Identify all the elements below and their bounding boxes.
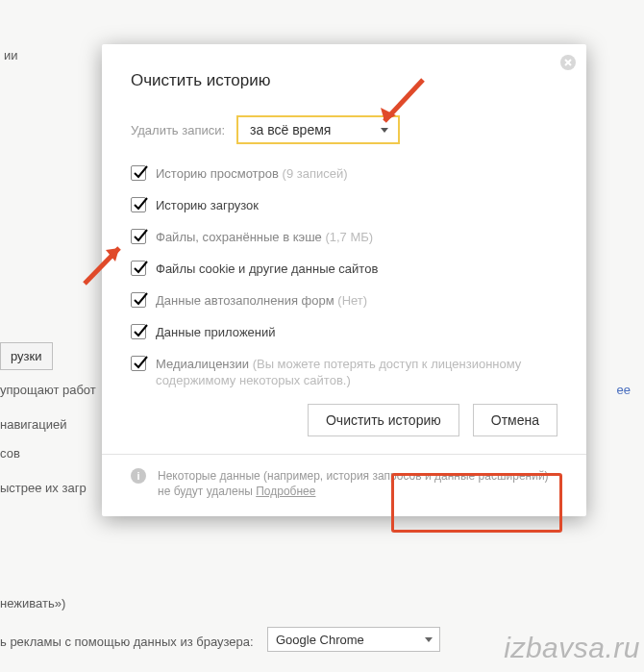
footer-more-link[interactable]: Подробнее (256, 485, 315, 498)
checkbox-row: Медиалицензии (Вы можете потерять доступ… (131, 356, 557, 388)
checkbox-label: Данные приложений (156, 324, 276, 340)
dialog-footer: i Некоторые данные (например, история за… (102, 454, 586, 499)
checkbox[interactable] (131, 356, 146, 371)
checkbox-label: Историю просмотров (9 записей) (156, 165, 348, 182)
browser-select-value: Google Chrome (276, 633, 364, 647)
info-icon: i (131, 468, 146, 484)
bg-link-fragment[interactable]: ее (617, 383, 631, 397)
bg-fragment: сов (0, 446, 20, 460)
bg-fragment: ыстрее их загр (0, 481, 87, 495)
bg-fragment: ь рекламы с помощью данных из браузера: (0, 635, 254, 649)
checkbox-label: Историю загрузок (156, 197, 259, 213)
clear-history-dialog: Очистить историю Удалить записи: за всё … (102, 44, 586, 516)
bg-fragment: ии (4, 48, 18, 62)
checkbox[interactable] (131, 292, 146, 308)
dialog-title: Очистить историю (131, 71, 557, 90)
checkbox[interactable] (131, 165, 146, 181)
clear-history-button[interactable]: Очистить историю (308, 404, 459, 436)
dialog-actions: Очистить историю Отмена (131, 404, 557, 436)
time-range-value: за всё время (250, 122, 331, 137)
period-label: Удалить записи: (131, 123, 225, 137)
close-icon (559, 54, 577, 71)
time-range-select[interactable]: за всё время (236, 115, 400, 144)
close-button[interactable] (559, 54, 577, 71)
checkbox-label: Файлы, сохранённые в кэше (1,7 МБ) (156, 229, 373, 245)
bg-fragment: навигацией (0, 417, 66, 432)
checkbox-row: Историю загрузок (131, 197, 557, 213)
checkbox-label: Медиалицензии (Вы можете потерять доступ… (156, 356, 557, 388)
checkbox-label: Файлы cookie и другие данные сайтов (156, 261, 378, 277)
checkbox[interactable] (131, 261, 146, 276)
checkbox-row: Историю просмотров (9 записей) (131, 165, 557, 182)
checkbox-label: Данные автозаполнения форм (Нет) (156, 292, 367, 309)
checkbox[interactable] (131, 229, 146, 244)
cancel-button[interactable]: Отмена (473, 404, 557, 436)
checkbox-row: Файлы, сохранённые в кэше (1,7 МБ) (131, 229, 557, 245)
checkbox[interactable] (131, 197, 146, 212)
checkbox-row: Данные автозаполнения форм (Нет) (131, 292, 557, 309)
downloads-button[interactable]: рузки (0, 342, 53, 370)
checkbox-row: Файлы cookie и другие данные сайтов (131, 261, 557, 277)
checkbox-row: Данные приложений (131, 324, 557, 340)
checkbox[interactable] (131, 324, 146, 339)
watermark: izbavsa.ru (504, 632, 640, 664)
bg-fragment: неживать») (0, 596, 65, 610)
footer-text: Некоторые данные (например, история запр… (158, 469, 549, 498)
browser-select[interactable]: Google Chrome (267, 627, 440, 652)
bg-fragment: упрощают работ (0, 383, 96, 397)
